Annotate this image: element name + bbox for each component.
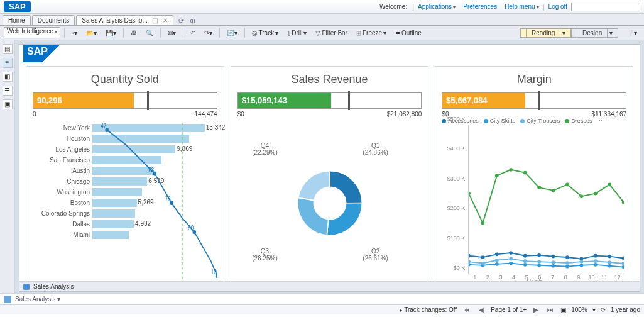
track-changes-status: ⬥ Track changes: Off	[399, 306, 457, 313]
refresh-icon[interactable]: ⟳	[178, 17, 184, 25]
home-icon[interactable]	[4, 296, 11, 303]
svg-point-43	[580, 260, 584, 264]
save-icon[interactable]: 💾▾	[102, 28, 119, 38]
axis-min: $0	[237, 111, 244, 118]
nav-data-icon[interactable]: ≡	[3, 58, 13, 68]
bar-label: Austin	[33, 167, 92, 174]
help-icon[interactable]: ❔▾	[623, 28, 640, 38]
bar-row: Washington	[33, 187, 217, 197]
side-rail: ▤ ≡ ◧ ☰ ▣	[0, 40, 15, 293]
tab-reader-icon[interactable]: ◫	[152, 17, 158, 24]
svg-point-31	[580, 264, 584, 267]
panel-title: Sales Revenue	[237, 73, 422, 86]
svg-point-29	[552, 264, 555, 268]
preferences-link[interactable]: Preferences	[463, 3, 497, 10]
print-icon[interactable]: 🖶	[128, 28, 140, 38]
refresh-data-icon[interactable]: 🔄▾	[224, 28, 241, 38]
svg-point-57	[608, 183, 612, 187]
bar-label: San Francisco	[33, 157, 92, 164]
bar-row: Chicago 6,519	[33, 176, 217, 187]
svg-point-28	[538, 264, 542, 267]
svg-point-41	[552, 260, 555, 264]
svg-point-38	[510, 257, 513, 261]
nav-doc-icon[interactable]: ▣	[3, 99, 13, 109]
bar-row: Houston	[33, 133, 217, 144]
svg-point-21	[608, 255, 612, 259]
last-page-icon[interactable]: ⏭	[545, 306, 555, 313]
sap-logo: SAP	[4, 1, 31, 12]
redo-icon[interactable]: ↷▾	[201, 28, 216, 38]
tab-home[interactable]: Home	[3, 15, 31, 25]
page-indicator: Page 1 of 1+	[491, 306, 527, 313]
bar-row: New York 13,342	[33, 123, 217, 133]
open-icon[interactable]: 📂▾	[83, 28, 100, 38]
drill-button[interactable]: ⤵ Drill ▾	[284, 28, 310, 38]
welcome-label: Welcome:	[379, 3, 407, 10]
report-tab-pin-icon[interactable]	[23, 284, 30, 290]
web-intelligence-dropdown[interactable]: Web Intelligence	[4, 27, 60, 38]
svg-point-30	[565, 265, 569, 269]
help-menu-link[interactable]: Help menu	[505, 3, 539, 10]
fit-page-icon[interactable]: ▣	[560, 306, 566, 313]
report-tab-sales-analysis[interactable]: Sales Analysis	[33, 283, 74, 290]
mail-icon[interactable]: ✉▾	[165, 28, 179, 38]
freeze-button[interactable]: ⊞ Freeze ▾	[353, 28, 390, 38]
pin-icon[interactable]: ⊕	[190, 17, 195, 25]
margin-line-chart: $0 K$100 K$200 K$300 K$400 K$500 K 12345…	[442, 125, 626, 283]
bar-label: Chicago	[33, 178, 92, 185]
breadcrumb-sales-analysis[interactable]: Sales Analysis	[15, 296, 60, 303]
nav-map-icon[interactable]: ▤	[3, 44, 13, 54]
panel-title: Quantity Sold	[33, 73, 217, 86]
log-off-link[interactable]: Log off	[548, 3, 567, 10]
svg-point-54	[565, 183, 569, 187]
refresh-status-icon[interactable]: ⟳	[601, 306, 606, 313]
svg-point-50	[510, 168, 513, 172]
new-icon[interactable]: ▫▾	[68, 28, 80, 38]
next-page-icon[interactable]: ▶	[532, 306, 540, 313]
axis-min: 0	[33, 111, 36, 118]
svg-point-55	[580, 194, 584, 198]
svg-point-35	[469, 260, 471, 264]
svg-point-48	[481, 221, 485, 225]
bar-label: Dallas	[33, 221, 92, 228]
find-icon[interactable]: 🔍	[143, 28, 156, 38]
legend-item: Dresses	[565, 118, 592, 124]
legend-item: City Trousers	[520, 118, 560, 124]
tab-documents[interactable]: Documents	[32, 15, 75, 25]
svg-point-37	[495, 259, 499, 262]
document-tabs: Home Documents Sales Analysis Dashb... ◫…	[0, 14, 644, 26]
quantity-value: 90,296	[37, 96, 62, 105]
svg-point-20	[594, 254, 598, 258]
nav-user-icon[interactable]: ☰	[3, 86, 13, 96]
close-icon[interactable]: ✕	[163, 17, 168, 24]
doc-sap-logo: SAP	[23, 45, 67, 62]
filter-bar-button[interactable]: ▽ Filter Bar	[312, 28, 351, 38]
prev-page-icon[interactable]: ◀	[477, 306, 486, 313]
outline-button[interactable]: ≣ Outline	[392, 28, 425, 38]
svg-point-40	[538, 260, 542, 264]
bar-row: Boston 5,269	[33, 197, 217, 208]
svg-point-33	[608, 264, 612, 268]
legend-more-icon[interactable]: ⋯	[597, 118, 603, 124]
design-mode[interactable]: Design ▾	[571, 28, 618, 38]
first-page-icon[interactable]: ⏮	[462, 306, 472, 313]
tab-sales-analysis-dashboard[interactable]: Sales Analysis Dashb... ◫ ✕	[76, 15, 173, 25]
svg-point-18	[565, 255, 569, 259]
status-bar: ⬥ Track changes: Off ⏮ ◀ Page 1 of 1+ ▶ …	[0, 304, 644, 314]
nav-input-icon[interactable]: ◧	[3, 72, 13, 82]
bar-label: Boston	[33, 199, 92, 206]
toolbar: Web Intelligence ▫▾ 📂▾ 💾▾ 🖶 🔍 ✉▾ ↶ ↷▾ 🔄▾…	[0, 26, 644, 40]
track-button[interactable]: ◎ Track ▾	[249, 28, 282, 38]
svg-point-11	[469, 254, 471, 258]
undo-icon[interactable]: ↶	[187, 28, 199, 38]
report-canvas: SAP Quantity Sold 90,296 0144,474 New Yo…	[15, 40, 644, 293]
bar-row: Los Angeles 9,869	[33, 144, 217, 155]
bar-row: Dallas 4,932	[33, 219, 217, 230]
report-document: SAP Quantity Sold 90,296 0144,474 New Yo…	[19, 44, 640, 292]
search-input[interactable]	[571, 3, 640, 11]
applications-link[interactable]: Applications	[418, 3, 456, 10]
zoom-level[interactable]: 100%	[571, 306, 587, 313]
reading-mode[interactable]: Reading ▾	[520, 28, 571, 38]
margin-legend: AccessoriesCity SkirtsCity TrousersDress…	[442, 118, 626, 124]
svg-point-56	[594, 192, 598, 196]
